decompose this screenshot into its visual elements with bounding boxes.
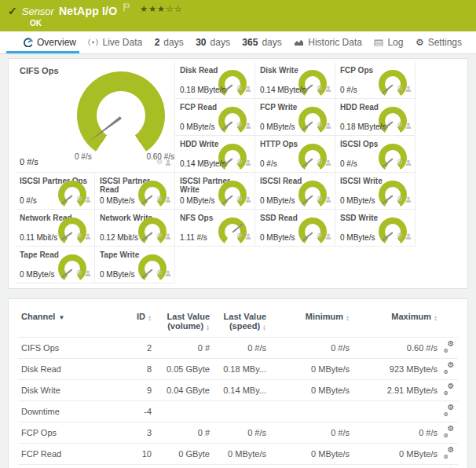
gear-icon[interactable]: ⚙ xyxy=(156,159,163,166)
log-table-icon xyxy=(374,39,383,46)
tab-settings[interactable]: ⚙ Settings xyxy=(416,31,462,53)
person-icon[interactable] xyxy=(85,229,91,243)
channel-settings-icon[interactable]: ⚙⚙ xyxy=(445,406,455,415)
gear-icon[interactable]: ⚙ xyxy=(397,232,403,239)
tab-log[interactable]: Log xyxy=(374,31,403,53)
channel-settings-icon[interactable]: ⚙⚙ xyxy=(445,364,455,373)
col-header-minimum[interactable]: Minimum▲▼ xyxy=(269,307,353,338)
person-icon[interactable] xyxy=(165,192,171,206)
gear-icon[interactable]: ⚙ xyxy=(317,196,323,203)
cell-last-value-speed xyxy=(213,401,269,422)
gauges-panel: CIFS Ops 0 #/s 0.60 #/s 0 #/s ⚙ Disk Rea… xyxy=(8,58,468,289)
gear-icon[interactable]: ⚙ xyxy=(317,159,323,166)
gauge-cell: HDD Write 0.14 MByte/s ⚙ xyxy=(175,136,255,173)
cell-channel: Disk Read xyxy=(18,359,119,380)
cell-last-value-speed: 0 #/s xyxy=(213,338,269,359)
sort-icon[interactable]: ▲▼ xyxy=(148,315,152,321)
table-row[interactable]: FCP Read 10 0 GByte 0 MByte/s 0 MByte/s … xyxy=(18,444,458,465)
gear-icon[interactable]: ⚙ xyxy=(76,196,82,203)
gauge-cell: SSD Read 0 MByte/s ⚙ xyxy=(255,210,335,247)
cell-maximum: 0 MByte/s xyxy=(353,465,441,468)
person-icon[interactable] xyxy=(245,81,251,95)
cell-maximum xyxy=(353,401,441,422)
person-icon[interactable] xyxy=(245,192,251,206)
channel-settings-icon[interactable]: ⚙⚙ xyxy=(445,448,455,458)
col-header-last-value-volume[interactable]: Last Value (volume)▲▼ xyxy=(155,307,213,338)
person-icon[interactable] xyxy=(325,229,331,243)
gear-icon[interactable]: ⚙ xyxy=(317,122,323,129)
person-icon[interactable] xyxy=(405,192,412,206)
gear-icon[interactable]: ⚙ xyxy=(236,159,243,166)
tab-historic-data[interactable]: Historic Data xyxy=(294,31,362,53)
person-icon[interactable] xyxy=(405,229,412,243)
priority-stars[interactable]: ★★★☆☆ xyxy=(140,4,182,14)
cell-last-value-speed: 0 MByte/s xyxy=(213,444,269,465)
tab-365-days[interactable]: 365 days xyxy=(242,31,281,53)
gear-icon[interactable]: ⚙ xyxy=(76,232,82,239)
gear-icon[interactable]: ⚙ xyxy=(236,85,243,92)
gauge-cell: Disk Read 0.18 MByte/s ⚙ xyxy=(175,62,255,99)
table-row[interactable]: FCP Ops 3 0 # 0 #/s 0 #/s 0 #/s ⚙⚙ xyxy=(18,422,458,444)
person-icon[interactable] xyxy=(405,118,412,132)
gear-icon[interactable]: ⚙ xyxy=(397,85,403,92)
person-icon[interactable] xyxy=(245,118,251,132)
person-icon[interactable] xyxy=(325,118,331,132)
channel-settings-icon[interactable]: ⚙⚙ xyxy=(445,385,455,394)
gear-icon[interactable]: ⚙ xyxy=(236,122,243,129)
person-icon[interactable] xyxy=(325,155,331,169)
person-icon[interactable] xyxy=(245,229,251,243)
gear-icon[interactable]: ⚙ xyxy=(397,159,403,166)
person-icon[interactable] xyxy=(325,192,331,206)
gear-icon[interactable]: ⚙ xyxy=(317,232,323,239)
person-icon[interactable] xyxy=(85,192,91,206)
person-icon[interactable] xyxy=(325,81,331,95)
tab-30-days[interactable]: 30 days xyxy=(196,31,230,53)
col-header-channel[interactable]: Channel▼ xyxy=(18,307,119,338)
sort-icon[interactable]: ▲▼ xyxy=(262,324,266,331)
gear-icon[interactable]: ⚙ xyxy=(76,269,82,276)
gear-icon[interactable]: ⚙ xyxy=(397,122,403,129)
gauge-cell: FCP Write 0 MByte/s ⚙ xyxy=(255,99,335,136)
channel-settings-icon[interactable]: ⚙⚙ xyxy=(445,342,455,352)
table-row[interactable]: CIFS Ops 2 0 # 0 #/s 0 #/s 0.60 #/s ⚙⚙ xyxy=(18,338,458,359)
table-row[interactable]: FCP Write 11 0 GByte 0 MByte/s 0 MByte/s… xyxy=(18,465,458,468)
gauge-value: 0.12 Mbit/s xyxy=(100,233,138,242)
person-icon[interactable] xyxy=(405,81,412,95)
col-header-id[interactable]: ID▲▼ xyxy=(119,307,155,338)
gauge-icon xyxy=(24,38,33,47)
table-row[interactable]: Downtime -4 ⚙⚙ xyxy=(18,401,458,422)
table-row[interactable]: Disk Write 9 0.04 GByte 0.14 MBy... 0 MB… xyxy=(18,380,458,401)
col-header-last-value-speed[interactable]: Last Value (speed)▲▼ xyxy=(213,307,269,338)
gauge-cell: ISCSI Partner Ops 0 #/s ⚙ xyxy=(15,173,95,210)
sort-icon[interactable]: ▲▼ xyxy=(206,324,210,331)
person-icon[interactable] xyxy=(165,265,171,280)
cell-last-value-volume: 0 # xyxy=(155,422,213,444)
sorted-desc-icon: ▼ xyxy=(58,314,64,321)
gear-icon[interactable]: ⚙ xyxy=(236,232,243,239)
gauge-value: 1.11 #/s xyxy=(180,233,207,242)
gear-icon[interactable]: ⚙ xyxy=(236,196,243,203)
tab-live-data[interactable]: Live Data xyxy=(88,31,142,53)
person-icon[interactable] xyxy=(245,155,251,169)
person-icon[interactable] xyxy=(165,229,171,243)
sort-icon[interactable]: ▲▼ xyxy=(434,315,438,321)
gauge-cell: ISCSI Partner Write 0 MByte/s ⚙ xyxy=(175,173,255,210)
channel-settings-icon[interactable]: ⚙⚙ xyxy=(445,427,455,437)
person-icon[interactable] xyxy=(85,265,91,280)
person-icon[interactable] xyxy=(165,155,171,169)
tab-overview[interactable]: Overview xyxy=(24,31,76,53)
table-row[interactable]: Disk Read 8 0.05 GByte 0.18 MBy... 0 MBy… xyxy=(18,359,458,380)
person-icon[interactable] xyxy=(405,155,412,169)
gear-icon[interactable]: ⚙ xyxy=(317,85,323,92)
gear-icon[interactable]: ⚙ xyxy=(397,196,403,203)
sensor-title: NetApp I/O xyxy=(59,5,117,17)
gear-icon[interactable]: ⚙ xyxy=(156,232,163,239)
cell-minimum: 0 #/s xyxy=(269,338,353,359)
sort-icon[interactable]: ▲▼ xyxy=(346,315,350,321)
gear-icon[interactable]: ⚙ xyxy=(156,269,163,276)
cell-last-value-speed: 0 #/s xyxy=(213,422,269,444)
tab-number: 2 xyxy=(155,37,160,48)
gear-icon[interactable]: ⚙ xyxy=(156,196,163,203)
tab-2-days[interactable]: 2 days xyxy=(155,31,184,53)
col-header-maximum[interactable]: Maximum▲▼ xyxy=(353,307,441,338)
